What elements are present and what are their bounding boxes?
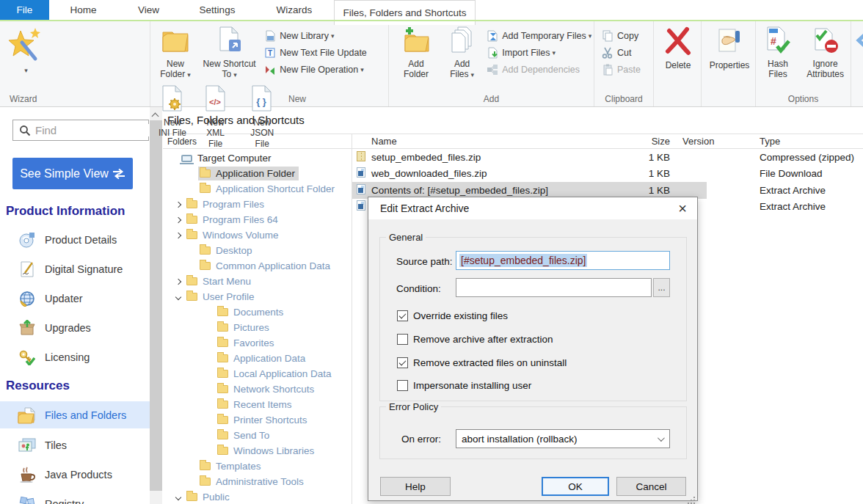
tree-item[interactable]: Program Files 64: [163, 212, 352, 227]
sidebar-item-registry[interactable]: Registry: [0, 489, 150, 504]
tree-item[interactable]: Application Data: [163, 351, 352, 366]
source-path-field[interactable]: [#setup_embeded_files.zip]: [456, 251, 670, 270]
file-type: Compressed (zipped): [760, 152, 863, 163]
tree-item[interactable]: Windows Libraries: [163, 443, 352, 459]
file-list-header[interactable]: Name Size Version Type: [352, 134, 863, 149]
tree-expand-arrow[interactable]: [172, 233, 185, 238]
file-row[interactable]: setup_embeded_files.zip 1 KB Compressed …: [352, 149, 863, 166]
new-shortcut-to-button[interactable]: New Shortcut To: [202, 26, 258, 80]
tree-item[interactable]: Network Shortcuts: [163, 381, 352, 397]
tree-item[interactable]: Local Application Data: [163, 366, 352, 381]
add-dependencies-button[interactable]: Add Dependencies: [487, 61, 591, 78]
ok-button[interactable]: OK: [542, 477, 609, 496]
tab-view[interactable]: View: [117, 0, 180, 20]
resize-grip[interactable]: [693, 497, 695, 498]
find-search-box[interactable]: [12, 120, 149, 141]
dialog-title-bar[interactable]: Edit Extract Archive ×: [368, 197, 697, 219]
ribbon-group-delete: Delete: [654, 21, 702, 106]
tree-item[interactable]: Administrative Tools: [163, 474, 352, 489]
add-files-button[interactable]: Add Files: [446, 26, 478, 80]
checkbox[interactable]: [397, 310, 408, 321]
checkbox-row[interactable]: Override existing files: [397, 308, 508, 323]
new-folder-button[interactable]: New Folder: [156, 26, 194, 80]
sidebar-item-licensing[interactable]: Licensing: [0, 343, 150, 372]
tree-item[interactable]: Public: [163, 489, 352, 504]
new-xml-file-button[interactable]: </> New XML File: [199, 85, 233, 149]
copy-button[interactable]: Copy: [602, 27, 641, 44]
hash-files-icon: #: [765, 26, 791, 56]
import-files-button[interactable]: Import Files: [487, 44, 591, 61]
tree-item[interactable]: Program Files: [163, 197, 352, 212]
cut-button[interactable]: Cut: [602, 44, 641, 61]
add-temporary-files-button[interactable]: Add Temporary Files: [487, 27, 591, 44]
tree-expand-arrow[interactable]: [172, 280, 185, 284]
tree-item[interactable]: Printer Shortcuts: [163, 412, 352, 428]
tab-file[interactable]: File: [0, 0, 49, 20]
tree-expand-arrow[interactable]: [172, 202, 185, 207]
condition-field[interactable]: [456, 278, 652, 297]
tree-item[interactable]: Favorites: [163, 335, 352, 351]
sidebar-item-java-products[interactable]: Java Products: [0, 460, 150, 489]
tree-item[interactable]: Pictures: [163, 320, 352, 335]
tree-item[interactable]: Windows Volume: [163, 227, 352, 243]
wizard-button[interactable]: [9, 26, 41, 74]
see-simple-view-button[interactable]: See Simple View: [12, 158, 133, 189]
partial-right-button[interactable]: R: [854, 26, 863, 69]
product-information-header: Product Information: [6, 204, 125, 219]
sidebar-item-files-and-folders[interactable]: Files and Folders: [0, 401, 150, 428]
tree-item[interactable]: Application Folder: [163, 166, 352, 181]
column-header-version[interactable]: Version: [682, 136, 760, 147]
new-ini-file-button[interactable]: New INI File: [158, 85, 187, 139]
tree-item[interactable]: Templates: [163, 459, 352, 474]
condition-browse-button[interactable]: ...: [653, 278, 670, 297]
column-header-name[interactable]: Name: [371, 136, 626, 147]
sidebar-item-updater[interactable]: Updater: [0, 284, 150, 313]
cancel-button[interactable]: Cancel: [616, 477, 686, 496]
tree-item[interactable]: Common Application Data: [163, 258, 352, 274]
ignore-attributes-button[interactable]: Ignore Attributes: [803, 26, 848, 80]
add-folder-icon: [401, 26, 432, 56]
checkbox[interactable]: [397, 380, 408, 391]
tab-home[interactable]: Home: [49, 0, 117, 20]
hash-files-button[interactable]: # Hash Files: [762, 26, 794, 80]
sidebar-item-digital-signature[interactable]: Digital Signature: [0, 255, 150, 284]
add-folder-button[interactable]: Add Folder: [399, 26, 433, 80]
tree-item[interactable]: Documents: [163, 304, 352, 320]
sidebar-item-tiles[interactable]: Tiles: [0, 431, 150, 460]
ribbon-tab-bar: File Home View Settings Wizards Files, F…: [0, 0, 863, 20]
tree-item[interactable]: User Profile: [163, 289, 352, 304]
new-file-operation-button[interactable]: New File Operation: [264, 61, 367, 78]
tree-item[interactable]: Application Shortcut Folder: [163, 181, 352, 197]
tree-item[interactable]: Recent Items: [163, 397, 352, 412]
checkbox[interactable]: [397, 334, 408, 345]
new-text-file-update-button[interactable]: T New Text File Update: [264, 44, 367, 61]
delete-button[interactable]: Delete: [663, 26, 693, 70]
on-error-dropdown[interactable]: abort installation (rollback): [456, 429, 670, 448]
close-icon[interactable]: ×: [668, 197, 697, 219]
column-header-size[interactable]: Size: [626, 136, 670, 147]
help-button[interactable]: Help: [380, 477, 451, 496]
tree-item[interactable]: Start Menu: [163, 274, 352, 289]
new-text-file-update-label: New Text File Update: [280, 48, 367, 58]
tree-expand-arrow[interactable]: [172, 218, 185, 222]
file-row[interactable]: web_downloaded_files.zip 1 KB File Downl…: [352, 166, 863, 183]
column-header-type[interactable]: Type: [760, 136, 863, 147]
tree-item[interactable]: Target Computer: [163, 150, 352, 166]
tab-settings[interactable]: Settings: [180, 0, 255, 20]
checkbox-row[interactable]: Impersonate installing user: [397, 378, 531, 392]
checkbox-row[interactable]: Remove extracted files on uninstall: [397, 355, 567, 370]
tree-item[interactable]: Send To: [163, 428, 352, 443]
tree-expand-arrow[interactable]: [172, 495, 185, 500]
checkbox[interactable]: [397, 357, 408, 368]
sidebar-item-upgrades[interactable]: Upgrades: [0, 313, 150, 343]
sidebar-item-product-details[interactable]: Product Details: [0, 225, 150, 255]
sidebar-scrollbar[interactable]: [150, 107, 162, 504]
tab-wizards[interactable]: Wizards: [255, 0, 334, 20]
tree-expand-arrow[interactable]: [172, 295, 185, 299]
scrollbar-thumb[interactable]: [150, 120, 162, 491]
new-library-button[interactable]: New Library: [264, 27, 367, 44]
paste-button[interactable]: Paste: [602, 61, 641, 78]
tree-item[interactable]: Desktop: [163, 243, 352, 258]
properties-button[interactable]: Properties: [707, 26, 751, 70]
checkbox-row[interactable]: Remove archive after extraction: [397, 332, 553, 346]
